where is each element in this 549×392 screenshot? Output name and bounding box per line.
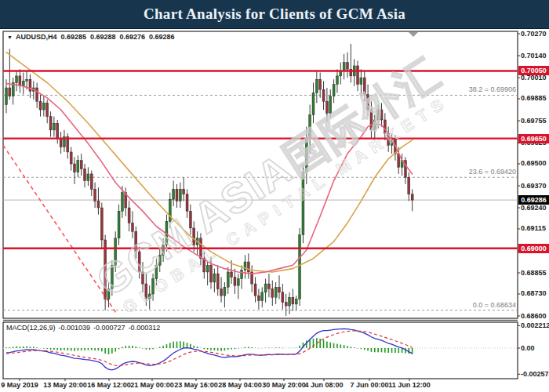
price-panel <box>3 44 518 316</box>
time-axis-label[interactable]: 7 Jun 00:00 <box>350 381 388 389</box>
candle-bull <box>237 279 239 286</box>
candle-bear <box>267 284 270 289</box>
candle-bear <box>247 262 249 272</box>
candle-bear <box>347 63 349 70</box>
candle-bear <box>411 194 413 200</box>
candle-bear <box>84 169 86 180</box>
time-axis-label[interactable]: 11 Jun 12:00 <box>388 381 431 389</box>
candle-bull <box>22 81 24 85</box>
candle-bull <box>42 103 45 110</box>
support-resistance-lines <box>3 71 518 248</box>
candle-bull <box>302 172 304 235</box>
candle-bear <box>285 303 287 306</box>
chevron-down-icon[interactable]: ▼ <box>7 34 13 40</box>
macd-value-hist: -0.000312 <box>129 324 161 332</box>
macd-axis-label: 0.00 <box>521 344 535 352</box>
candle-bull <box>305 139 307 172</box>
candle-bull <box>206 265 209 272</box>
time-axis-label[interactable]: 16 May 12:00 <box>87 381 131 389</box>
candle-bull <box>169 199 171 221</box>
candle-bear <box>56 123 59 138</box>
candle-bull <box>107 289 110 299</box>
candle-bull <box>333 85 335 96</box>
candle-bull <box>343 63 345 71</box>
candle-bull <box>312 93 314 114</box>
candle-bear <box>100 208 103 240</box>
candle-bull <box>309 114 311 138</box>
candle-bear <box>210 265 213 282</box>
candle-bull <box>173 189 175 199</box>
candle-bear <box>46 103 49 116</box>
price-tag-current: 0.69286 <box>518 195 549 205</box>
candle-bull <box>213 274 216 282</box>
price-axis-label: 0.68730 <box>521 289 547 297</box>
candle-bull <box>227 272 229 287</box>
ohlc-open: 0.69285 <box>60 33 86 41</box>
symbol-label: AUDUSD,H4 <box>16 33 57 41</box>
macd-panel <box>3 328 518 369</box>
price-tag-resistance: 0.70050 <box>518 66 549 75</box>
candle-bear <box>97 201 100 208</box>
candle-bear <box>142 272 144 284</box>
candle-bull <box>179 189 181 201</box>
candle-bear <box>128 208 130 223</box>
candle-bull <box>377 110 380 120</box>
candle-bear <box>363 78 365 95</box>
chart-window: Chart Analysis for Clients of GCM Asia ▼… <box>0 0 549 392</box>
candle-bull <box>26 79 28 81</box>
candle-bear <box>90 174 93 189</box>
fib-level-label-00: 0.0 = 0.68634 <box>473 301 516 309</box>
price-axis-label: 0.69115 <box>521 224 546 232</box>
candle-bull <box>299 235 301 299</box>
price-axis-label: 0.69885 <box>521 94 547 102</box>
time-axis-label[interactable]: 21 May 00:00 <box>130 381 174 389</box>
symbol-header: ▼AUDUSD,H40.692850.692880.692760.69286 <box>7 33 175 41</box>
candle-bear <box>80 161 82 169</box>
macd-axis-label: -0.002573 <box>521 370 549 378</box>
time-axis-label[interactable]: 28 May 04:00 <box>218 381 262 389</box>
chart-canvas[interactable] <box>0 0 549 392</box>
price-axis-label: 0.68600 <box>521 312 547 320</box>
candle-bear <box>131 223 133 231</box>
ohlc-low: 0.69276 <box>120 33 146 41</box>
price-axis-label: 0.69370 <box>521 182 547 190</box>
fibonacci-lines <box>3 95 518 310</box>
candle-bull <box>241 270 243 279</box>
ohlc-high: 0.69288 <box>90 33 116 41</box>
price-axis-label: 0.69755 <box>521 117 547 125</box>
candle-bull <box>360 78 362 85</box>
time-axis-label[interactable]: 23 May 16:00 <box>174 381 218 389</box>
slow-ma-line <box>6 53 413 272</box>
macd-value-main: -0.001039 <box>59 324 91 332</box>
candle-bear <box>145 284 147 299</box>
candle-bull <box>53 123 55 130</box>
candle-bear <box>94 189 96 201</box>
candle-bull <box>373 120 376 130</box>
fib-level-label-382: 38.2 = 0.69906 <box>469 85 516 93</box>
time-axis-label[interactable]: 13 May 20:00 <box>43 381 87 389</box>
candle-bear <box>234 277 236 285</box>
candle-bear <box>292 297 294 304</box>
candle-bull <box>155 265 158 278</box>
candle-bear <box>370 110 373 130</box>
candle-bull <box>329 96 332 114</box>
price-axis-label: 0.68855 <box>521 269 547 277</box>
candle-bull <box>77 161 79 172</box>
candle-bull <box>261 292 264 301</box>
time-axis-label[interactable]: 4 Jun 08:00 <box>304 381 343 389</box>
candle-bear <box>231 272 233 277</box>
time-axis-label[interactable]: 9 May 2019 <box>1 381 38 389</box>
shift-marker-icon <box>409 32 418 37</box>
ohlc-close: 0.69286 <box>149 33 175 41</box>
price-tag-resistance: 0.69650 <box>518 134 549 143</box>
fib-level-label-236: 23.6 = 0.69420 <box>469 168 516 176</box>
candle-bear <box>325 101 328 113</box>
macd-value-signal: -0.000727 <box>93 324 125 332</box>
candle-bear <box>216 274 219 289</box>
candle-bear <box>9 88 11 96</box>
time-axis-label[interactable]: 30 May 20:00 <box>262 381 306 389</box>
candle-bear <box>257 296 260 300</box>
candle-bear <box>186 194 188 212</box>
macd-histogram <box>6 338 413 354</box>
candle-bull <box>289 297 291 306</box>
